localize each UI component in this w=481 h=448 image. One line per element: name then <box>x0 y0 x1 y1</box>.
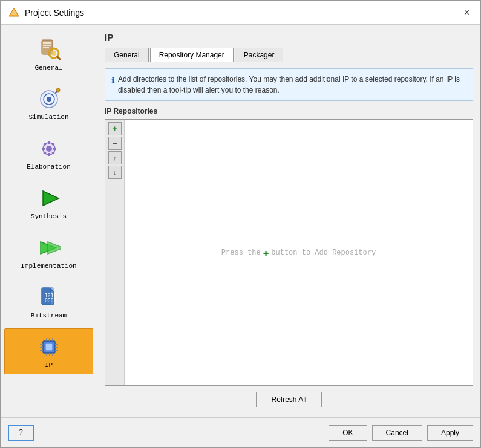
sidebar-item-implementation[interactable]: Implementation <box>4 229 93 275</box>
svg-text:0001: 0001 <box>45 298 56 304</box>
content-footer: Refresh All <box>105 386 473 410</box>
sidebar-item-bitstream[interactable]: 1010 0001 Bitstream <box>4 279 93 325</box>
sidebar-item-elaboration-label: Elaboration <box>27 163 71 170</box>
ok-button[interactable]: OK <box>329 425 367 441</box>
synthesis-icon <box>36 185 62 212</box>
svg-marker-26 <box>48 242 61 254</box>
info-box: ℹ Add directories to the list of reposit… <box>105 68 473 101</box>
repo-container: + − ↑ ↓ Press the ✚ bu <box>105 119 473 386</box>
svg-rect-44 <box>46 353 47 356</box>
close-button[interactable]: × <box>460 7 473 19</box>
window-body: General Simulation <box>1 25 480 417</box>
repo-toolbar: + − ↑ ↓ <box>105 120 125 385</box>
placeholder-prefix: Press the <box>221 248 261 257</box>
content-title: IP <box>105 32 473 42</box>
svg-rect-3 <box>43 42 51 44</box>
title-bar: Project Settings × <box>1 1 480 25</box>
placeholder-plus-icon: ✚ <box>263 247 269 259</box>
ip-icon <box>36 334 62 360</box>
sidebar-item-ip-label: IP <box>45 362 53 369</box>
cancel-button[interactable]: Cancel <box>372 425 422 441</box>
tab-repository-manager[interactable]: Repository Manager <box>150 48 234 62</box>
title-bar-left: Project Settings <box>8 7 84 19</box>
info-icon: ℹ <box>111 74 114 87</box>
repo-list: Press the ✚ button to Add Repository <box>125 120 473 385</box>
move-up-button[interactable]: ↑ <box>108 151 122 164</box>
simulation-icon <box>36 86 62 112</box>
move-down-button[interactable]: ↓ <box>108 166 122 179</box>
info-text: Add directories to the list of repositor… <box>118 74 466 96</box>
svg-rect-17 <box>48 153 50 156</box>
svg-point-11 <box>47 97 51 102</box>
bitstream-icon: 1010 0001 <box>36 284 62 311</box>
sidebar-item-synthesis-label: Synthesis <box>31 213 67 220</box>
sidebar-item-synthesis[interactable]: Synthesis <box>4 180 93 226</box>
footer-buttons: OK Cancel Apply <box>329 425 473 441</box>
svg-point-7 <box>51 51 56 56</box>
sidebar-item-general-label: General <box>34 64 62 71</box>
svg-rect-5 <box>43 47 49 48</box>
svg-point-15 <box>46 146 52 152</box>
refresh-all-button[interactable]: Refresh All <box>256 392 321 407</box>
svg-rect-35 <box>40 344 43 345</box>
tab-general[interactable]: General <box>105 48 149 62</box>
window-title: Project Settings <box>25 8 84 18</box>
remove-repo-button[interactable]: − <box>108 137 122 150</box>
project-settings-window: Project Settings × G <box>0 0 481 448</box>
svg-rect-46 <box>52 353 53 356</box>
repo-placeholder: Press the ✚ button to Add Repository <box>221 247 376 259</box>
sidebar: General Simulation <box>1 25 97 417</box>
svg-rect-39 <box>55 347 58 348</box>
svg-rect-4 <box>43 45 51 46</box>
svg-rect-36 <box>40 347 43 348</box>
app-icon <box>8 7 20 19</box>
sidebar-item-general[interactable]: General <box>4 31 93 77</box>
tab-packager[interactable]: Packager <box>235 48 284 62</box>
svg-rect-41 <box>46 338 47 341</box>
svg-rect-16 <box>48 141 50 144</box>
sidebar-item-elaboration[interactable]: Elaboration <box>4 130 93 176</box>
tab-bar: General Repository Manager Packager <box>105 47 473 62</box>
svg-point-13 <box>56 88 60 92</box>
svg-rect-43 <box>52 338 53 341</box>
general-icon <box>36 36 62 63</box>
sidebar-item-implementation-label: Implementation <box>21 262 76 270</box>
svg-rect-37 <box>40 350 43 351</box>
sidebar-item-ip[interactable]: IP <box>4 328 93 374</box>
content-area: IP General Repository Manager Packager ℹ… <box>97 25 480 417</box>
svg-rect-18 <box>42 148 45 150</box>
svg-marker-24 <box>43 191 59 206</box>
sidebar-item-simulation-label: Simulation <box>28 114 68 121</box>
window-footer: ? OK Cancel Apply <box>1 417 480 447</box>
svg-rect-42 <box>49 338 50 341</box>
svg-rect-45 <box>49 353 50 356</box>
implementation-icon <box>36 235 62 261</box>
sidebar-item-simulation[interactable]: Simulation <box>4 80 93 126</box>
placeholder-suffix: button to Add Repository <box>271 248 376 257</box>
svg-rect-40 <box>55 350 58 351</box>
elaboration-icon <box>36 135 62 162</box>
svg-rect-19 <box>53 148 56 150</box>
help-button[interactable]: ? <box>8 425 34 441</box>
repo-section-label: IP Repositories <box>105 107 473 115</box>
svg-rect-34 <box>45 343 53 351</box>
apply-button[interactable]: Apply <box>427 425 473 441</box>
svg-line-8 <box>57 57 60 59</box>
svg-rect-38 <box>55 344 58 345</box>
add-repo-button[interactable]: + <box>108 122 122 135</box>
sidebar-item-bitstream-label: Bitstream <box>31 312 67 319</box>
